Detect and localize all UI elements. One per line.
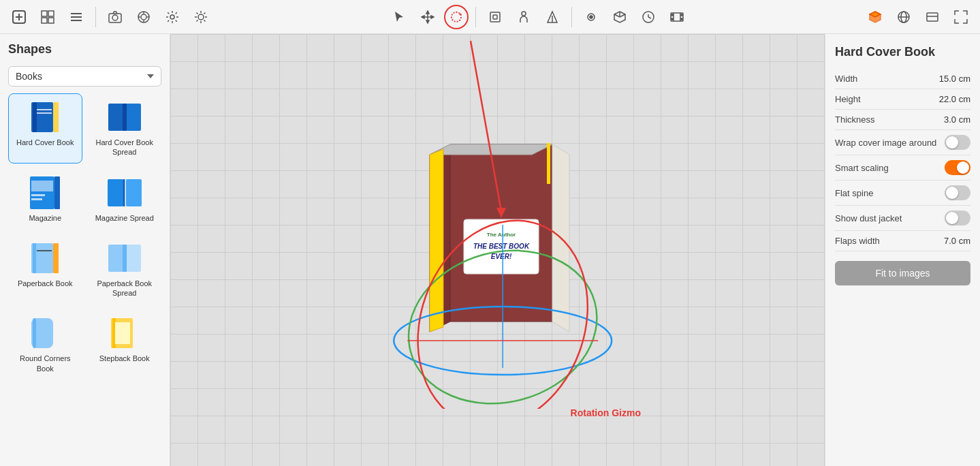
smart-scaling-toggle[interactable] (945, 160, 970, 175)
svg-rect-71 (31, 181, 53, 191)
height-value: 22.0 cm (939, 94, 970, 104)
show-dust-jacket-toggle[interactable] (945, 211, 970, 226)
svg-rect-67 (108, 104, 123, 131)
brightness-button[interactable] (189, 5, 213, 29)
shape-item-paperback-book-spread[interactable]: Paperback Book Spread (88, 234, 162, 305)
svg-marker-92 (430, 144, 552, 155)
shape-item-hard-cover-book-spread[interactable]: Hard Cover Book Spread (88, 93, 162, 164)
svg-rect-53 (681, 14, 682, 16)
svg-point-40 (590, 16, 592, 18)
svg-rect-75 (108, 179, 123, 206)
svg-rect-80 (53, 243, 59, 273)
toolbar-center (387, 5, 689, 29)
svg-point-18 (170, 15, 174, 19)
svg-rect-89 (115, 322, 130, 344)
smart-scaling-knob (957, 161, 969, 174)
camera-button[interactable] (103, 5, 127, 29)
gizmo-label: Rotation Gizmo (571, 407, 641, 418)
frame-tool[interactable] (483, 5, 507, 29)
clock-tool[interactable] (636, 5, 661, 29)
shape-label-magazine: Magazine (29, 213, 61, 223)
sidebar-title: Shapes (8, 42, 161, 57)
menu-button[interactable] (64, 5, 89, 29)
gizmo-svg (380, 218, 625, 409)
svg-rect-6 (48, 18, 54, 23)
shape-label-paperback-book: Paperback Book (18, 279, 73, 288)
width-value: 15.0 cm (939, 74, 970, 84)
sep3 (571, 7, 572, 27)
tower-tool[interactable] (540, 5, 565, 29)
svg-line-24 (197, 12, 198, 14)
svg-rect-52 (671, 18, 673, 20)
globe-button[interactable] (891, 5, 916, 29)
flat-spine-toggle[interactable] (945, 185, 970, 200)
shape-item-round-corners-book[interactable]: Round Corners Book (8, 309, 82, 379)
hard-cover-book-icon (27, 99, 63, 135)
shapes-sidebar: Shapes Books Magazines Boxes Electronics… (0, 34, 170, 466)
svg-rect-3 (42, 11, 47, 16)
paperback-book-icon (27, 240, 63, 276)
svg-line-47 (648, 17, 651, 18)
height-label: Height (835, 94, 861, 104)
shapes-grid: Hard Cover Book Hard Cover Book Spread M… (8, 93, 161, 379)
prop-row-flaps-width: Flaps width 7.0 cm (835, 231, 970, 251)
svg-rect-35 (493, 15, 497, 19)
film-tool[interactable] (665, 5, 689, 29)
svg-point-36 (522, 12, 526, 16)
sep2 (475, 7, 476, 27)
svg-rect-83 (126, 245, 141, 272)
rotation-gizmo (380, 218, 625, 411)
target-button[interactable] (131, 5, 156, 29)
select-tool[interactable] (387, 5, 411, 29)
thickness-value: 3.0 cm (944, 114, 970, 125)
svg-rect-64 (53, 102, 59, 132)
wrap-cover-label: Wrap cover image around (835, 138, 936, 148)
prop-row-thickness: Thickness 3.0 cm (835, 110, 970, 130)
wrap-cover-toggle[interactable] (945, 135, 970, 150)
expand-button[interactable] (949, 5, 973, 29)
add-button[interactable] (7, 5, 31, 29)
svg-rect-79 (33, 243, 36, 273)
move-tool[interactable] (415, 5, 440, 29)
flat-spine-knob (946, 187, 958, 199)
shape-item-magazine-spread[interactable]: Magazine Spread (88, 169, 162, 229)
svg-rect-69 (123, 104, 127, 131)
shape-label-stepback-book: Stepback Book (99, 354, 150, 363)
prop-row-flat-spine: Flat spine (835, 181, 970, 206)
category-select[interactable]: Books Magazines Boxes Electronics (8, 66, 161, 87)
shape-label-paperback-book-spread: Paperback Book Spread (91, 279, 159, 298)
svg-point-13 (141, 14, 146, 20)
flaps-width-value: 7.0 cm (944, 236, 970, 246)
shape-item-paperback-book[interactable]: Paperback Book (8, 234, 82, 305)
3d-box-button[interactable] (863, 5, 887, 29)
width-label: Width (835, 74, 857, 84)
panel-title: Hard Cover Book (835, 45, 970, 59)
svg-rect-54 (681, 18, 682, 20)
shape-label-hard-cover-book-spread: Hard Cover Book Spread (91, 138, 159, 157)
shape-item-hard-cover-book[interactable]: Hard Cover Book (8, 93, 82, 164)
fit-to-images-button[interactable]: Fit to images (835, 261, 970, 285)
svg-line-26 (197, 20, 198, 21)
shape-label-magazine-spread: Magazine Spread (95, 213, 154, 223)
shape-item-stepback-book[interactable]: Stepback Book (88, 309, 162, 379)
person-tool[interactable] (511, 5, 536, 29)
eye-target-tool[interactable] (579, 5, 603, 29)
settings-button[interactable] (160, 5, 185, 29)
shape-item-magazine[interactable]: Magazine (8, 169, 82, 229)
svg-marker-30 (426, 11, 429, 14)
svg-rect-51 (671, 14, 673, 16)
smart-scaling-label: Smart scaling (835, 163, 889, 173)
canvas-area[interactable]: The Author THE BEST BOOK EVER! BOOK EVER… (170, 34, 825, 466)
cube-tool[interactable] (607, 5, 632, 29)
svg-point-19 (198, 14, 204, 20)
right-panel: Hard Cover Book Width 15.0 cm Height 22.… (825, 34, 980, 466)
svg-line-43 (620, 14, 625, 17)
svg-rect-84 (123, 245, 127, 272)
grid-button[interactable] (35, 5, 60, 29)
svg-rect-72 (31, 194, 45, 196)
toolbar-left (7, 5, 213, 29)
rotate-tool[interactable] (444, 5, 469, 29)
panel-button[interactable] (920, 5, 945, 29)
sep1 (95, 7, 96, 27)
stepback-book-icon (107, 315, 142, 351)
